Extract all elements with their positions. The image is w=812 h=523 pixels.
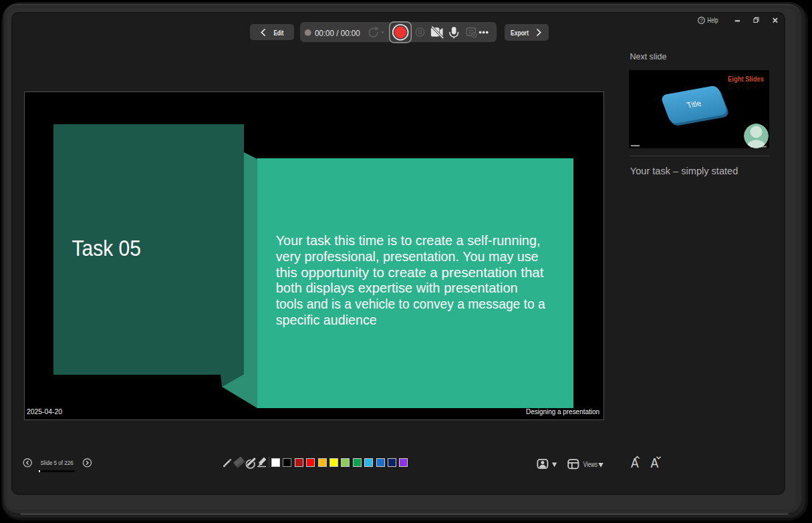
svg-text:Help: Help xyxy=(708,16,718,24)
svg-text:Edit: Edit xyxy=(273,28,283,36)
svg-text:tools and is a vehicle to conv: tools and is a vehicle to convey a messa… xyxy=(276,296,545,311)
svg-text:Your task this time is to crea: Your task this time is to create a self-… xyxy=(276,232,541,248)
svg-text:00:00 / 00:00: 00:00 / 00:00 xyxy=(315,28,360,38)
svg-text:Slide 5 of 226: Slide 5 of 226 xyxy=(41,460,74,466)
svg-text:Export: Export xyxy=(511,28,529,36)
svg-text:very professional, presentatio: very professional, presentation. You may… xyxy=(276,248,539,264)
svg-text:both displays expertise with p: both displays expertise with presentatio… xyxy=(276,280,518,295)
svg-text:specific audience: specific audience xyxy=(276,312,377,327)
svg-text:?: ? xyxy=(700,17,703,23)
svg-text:Your task – simply stated: Your task – simply stated xyxy=(630,165,738,176)
svg-text:this opportunity to create a p: this opportunity to create a presentatio… xyxy=(276,265,544,280)
svg-text:2025-04-20: 2025-04-20 xyxy=(27,407,62,415)
svg-text:Eight Slides: Eight Slides xyxy=(728,75,764,83)
svg-text:Views: Views xyxy=(583,460,597,468)
svg-text:Eight Slides: Eight Slides xyxy=(728,82,764,90)
svg-text:Designing a presentation: Designing a presentation xyxy=(526,407,599,415)
svg-text:Task 05: Task 05 xyxy=(72,235,142,260)
svg-text:Next slide: Next slide xyxy=(630,51,666,61)
